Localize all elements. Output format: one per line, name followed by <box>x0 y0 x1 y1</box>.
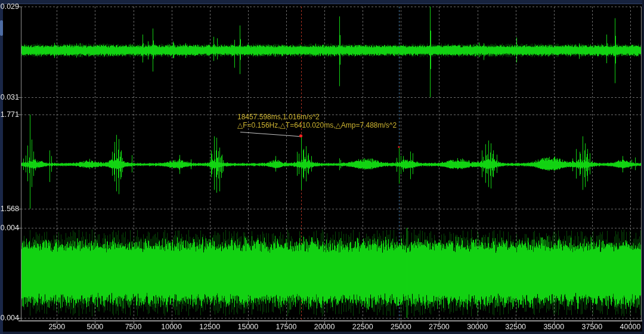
x-tick-label: 15000 <box>237 323 258 331</box>
x-tick-label: 22500 <box>352 323 373 331</box>
x-tick-label: 10000 <box>161 323 182 331</box>
y-axis-label-top-max: 0.029 <box>1 2 19 11</box>
x-tick-label: 37500 <box>581 323 602 331</box>
y-axis-label-bottom-min: -0.004 <box>0 314 19 322</box>
y-axis-label-top-min: -0.031 <box>0 93 19 101</box>
annotation-line-2: △F=0.156Hz,△T=6410.020ms,△Amp=7.488m/s^2 <box>237 121 397 129</box>
x-tick-label: 2500 <box>48 323 65 331</box>
x-tick-label: 35000 <box>543 323 564 331</box>
x-tick-label: 32500 <box>505 323 526 331</box>
x-tick-label: 30000 <box>467 323 488 331</box>
plot-canvas[interactable] <box>0 0 644 334</box>
annotation-line-1: 18457.598ms,1.016m/s^2 <box>237 113 320 121</box>
left-scrollbar-thumb[interactable] <box>0 20 3 36</box>
vibration-waveform-viewer: 0.029 -0.031 1.771 -1.568 0.004 -0.004 2… <box>0 0 644 334</box>
x-tick-label: 5000 <box>87 323 104 331</box>
y-axis-label-bottom-max: 0.004 <box>1 224 19 232</box>
x-tick-label: 25000 <box>391 323 411 331</box>
x-tick-label: 27500 <box>429 323 450 331</box>
x-tick-label: 7500 <box>125 323 142 331</box>
x-tick-label: 17500 <box>276 323 297 331</box>
y-axis-label-mid-max: 1.771 <box>1 110 19 119</box>
x-tick-label: 20000 <box>314 323 335 331</box>
x-tick-label: 40000 <box>620 323 641 331</box>
window-top-edge <box>0 0 644 4</box>
left-scrollbar-track <box>0 4 3 334</box>
x-tick-label: 12500 <box>199 323 220 331</box>
y-axis-label-mid-min: -1.568 <box>0 205 19 213</box>
window-bottom-edge <box>0 332 644 334</box>
